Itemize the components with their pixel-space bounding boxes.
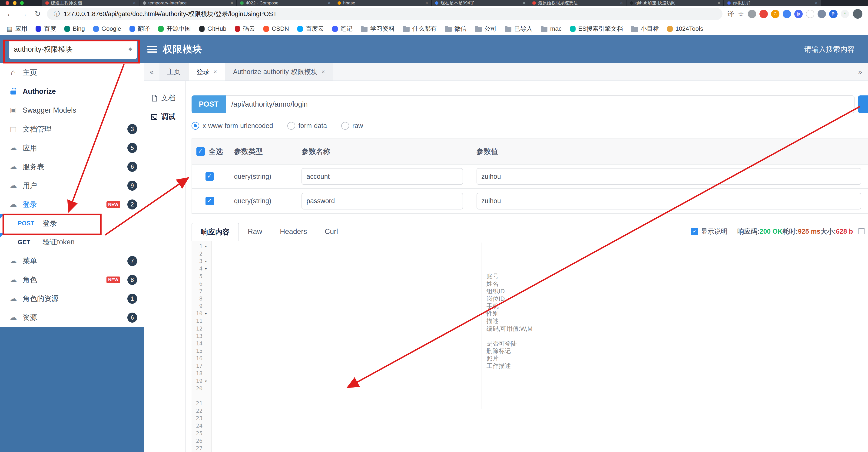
- address-bar[interactable]: ⓘ 127.0.0.1:8760/api/gate/doc.html#/auth…: [47, 8, 722, 20]
- tab-close-icon[interactable]: ×: [214, 68, 217, 76]
- browser-tab[interactable]: hbase ×: [334, 0, 432, 6]
- extension-icon[interactable]: G: [771, 10, 779, 18]
- bookmark[interactable]: 公司: [475, 25, 497, 33]
- fold-icon[interactable]: ▾: [203, 243, 209, 250]
- collapse-left-icon[interactable]: «: [144, 63, 159, 80]
- tab-close-icon[interactable]: ×: [523, 0, 525, 6]
- sidebar-item[interactable]: Swagger Models: [0, 101, 144, 120]
- minimize-window-icon[interactable]: [13, 1, 17, 5]
- sidebar-item[interactable]: 角色的资源 1: [0, 289, 144, 308]
- bookmark[interactable]: Bing: [64, 25, 85, 32]
- request-url-input[interactable]: [226, 95, 855, 113]
- module-select[interactable]: authority-权限模块: [9, 40, 137, 59]
- radio-icon[interactable]: [191, 122, 199, 130]
- bookmark[interactable]: 微信: [445, 25, 467, 33]
- tab-close-icon[interactable]: ×: [133, 0, 136, 6]
- bookmark[interactable]: CSDN: [264, 25, 289, 32]
- document-tab[interactable]: 主页: [159, 63, 189, 80]
- browser-tab[interactable]: temporary-interface ×: [140, 0, 237, 6]
- sidebar-item[interactable]: 用户 9: [0, 176, 144, 195]
- extension-icon[interactable]: 鲁: [829, 10, 838, 18]
- sidebar-item[interactable]: 角色 NEW 8: [0, 271, 144, 289]
- content-type-radio[interactable]: form-data: [287, 122, 327, 130]
- bookmark[interactable]: 百度: [36, 25, 56, 33]
- select-all-checkbox[interactable]: [196, 147, 205, 156]
- tab-close-icon[interactable]: ×: [230, 0, 233, 6]
- row-checkbox[interactable]: [206, 197, 214, 205]
- menu-toggle-icon[interactable]: [147, 44, 157, 54]
- bookmark[interactable]: 开源中国: [158, 25, 191, 33]
- tab-close-icon[interactable]: ×: [815, 0, 817, 6]
- show-description-checkbox[interactable]: [691, 228, 698, 235]
- browser-tab[interactable]: 最原始权限系统想法 ×: [529, 0, 626, 6]
- sidebar-item[interactable]: 文档管理 3: [0, 120, 144, 139]
- header-search-input[interactable]: 请输入搜索内容: [804, 45, 859, 54]
- back-icon[interactable]: ←: [6, 10, 14, 18]
- param-value-input[interactable]: [476, 168, 861, 185]
- bookmark[interactable]: 百度云: [297, 25, 324, 33]
- collapse-right-icon[interactable]: »: [852, 63, 868, 80]
- bookmark[interactable]: 翻译: [129, 25, 150, 33]
- bookmark[interactable]: Google: [93, 25, 121, 32]
- sidebar-item[interactable]: 菜单 7: [0, 252, 144, 271]
- document-tab[interactable]: Authorize-authority-权限模块 ×: [225, 63, 333, 80]
- translate-icon[interactable]: 译: [727, 9, 734, 19]
- browser-tab[interactable]: 建道工程师文档 ×: [42, 0, 140, 6]
- document-tab[interactable]: 登录 ×: [188, 63, 225, 80]
- forward-icon[interactable]: →: [19, 10, 28, 18]
- response-tab[interactable]: 响应内容: [191, 223, 239, 242]
- param-value-input[interactable]: [476, 193, 861, 209]
- extension-icon[interactable]: *: [841, 10, 849, 18]
- send-button[interactable]: 发送: [858, 95, 868, 113]
- bookmark[interactable]: mac: [541, 25, 562, 32]
- radio-icon[interactable]: [341, 122, 349, 130]
- sidebar-item[interactable]: 服务表 6: [0, 157, 144, 176]
- param-name-input[interactable]: [302, 168, 463, 185]
- bookmark[interactable]: 应用: [7, 25, 27, 33]
- content-type-radio[interactable]: raw: [341, 122, 363, 130]
- tab-close-icon[interactable]: ×: [718, 0, 720, 6]
- sidebar-item[interactable]: 登录 NEW 2: [0, 195, 144, 214]
- content-type-radio[interactable]: x-www-form-urlencoded: [191, 122, 273, 130]
- fold-icon[interactable]: ▾: [203, 310, 209, 317]
- response-tab[interactable]: Curl: [316, 222, 347, 241]
- fold-icon[interactable]: ▾: [203, 377, 209, 385]
- bookmark[interactable]: 学习资料: [361, 25, 395, 33]
- extension-icon[interactable]: [748, 10, 756, 18]
- sidebar-item[interactable]: GET 验证token: [0, 233, 144, 252]
- response-tab[interactable]: Headers: [271, 222, 316, 241]
- browser-tab[interactable]: 虚拟机群 ×: [724, 0, 821, 6]
- sidebar-item[interactable]: POST 登录: [0, 214, 144, 233]
- tab-close-icon[interactable]: ×: [321, 68, 325, 76]
- extension-icon[interactable]: [806, 10, 814, 18]
- bookmark[interactable]: ES搜索引擎文档: [570, 25, 623, 33]
- fullscreen-icon[interactable]: [859, 228, 865, 234]
- tab-close-icon[interactable]: ×: [425, 0, 428, 6]
- bookmark[interactable]: 小目标: [631, 25, 659, 33]
- sidebar-item[interactable]: 资源 6: [0, 308, 144, 327]
- sidebar-item[interactable]: 应用 5: [0, 139, 144, 157]
- bookmark[interactable]: 已导入: [505, 25, 532, 33]
- bookmark[interactable]: 笔记: [332, 25, 353, 33]
- extension-icon[interactable]: [783, 10, 791, 18]
- browser-tab[interactable]: 4022 - Compose ×: [237, 0, 334, 6]
- mac-window-controls[interactable]: [6, 1, 24, 5]
- radio-icon[interactable]: [287, 122, 295, 130]
- tab-document[interactable]: 文档: [144, 89, 186, 108]
- bookmark-star-icon[interactable]: ☆: [738, 10, 744, 18]
- tab-close-icon[interactable]: ×: [328, 0, 331, 6]
- row-checkbox[interactable]: [206, 172, 214, 180]
- fold-icon[interactable]: ▾: [203, 257, 209, 265]
- fold-icon[interactable]: ▾: [203, 265, 209, 272]
- reload-icon[interactable]: ↻: [33, 9, 42, 18]
- sidebar-item[interactable]: 主页: [0, 63, 144, 82]
- param-name-input[interactable]: [302, 193, 463, 209]
- bookmark[interactable]: 什么都有: [403, 25, 437, 33]
- sidebar-item[interactable]: Authorize: [0, 82, 144, 101]
- extension-icon[interactable]: [760, 10, 768, 18]
- profile-avatar[interactable]: [853, 9, 862, 19]
- bookmark[interactable]: GitHub: [199, 25, 226, 32]
- response-tab[interactable]: Raw: [239, 222, 271, 241]
- extension-icon[interactable]: jp: [794, 10, 803, 18]
- extension-icon[interactable]: [817, 10, 826, 18]
